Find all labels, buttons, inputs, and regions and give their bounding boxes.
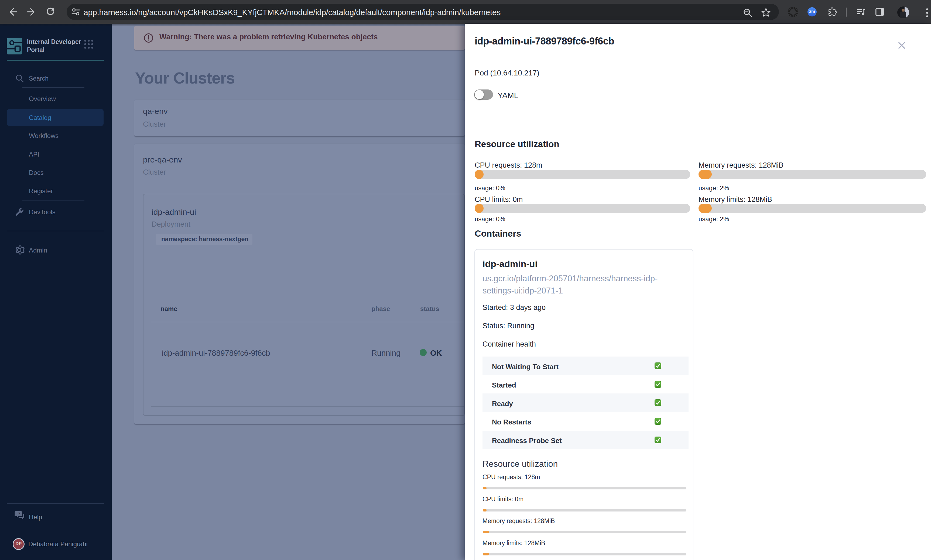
svg-text:?: ? bbox=[18, 511, 20, 516]
